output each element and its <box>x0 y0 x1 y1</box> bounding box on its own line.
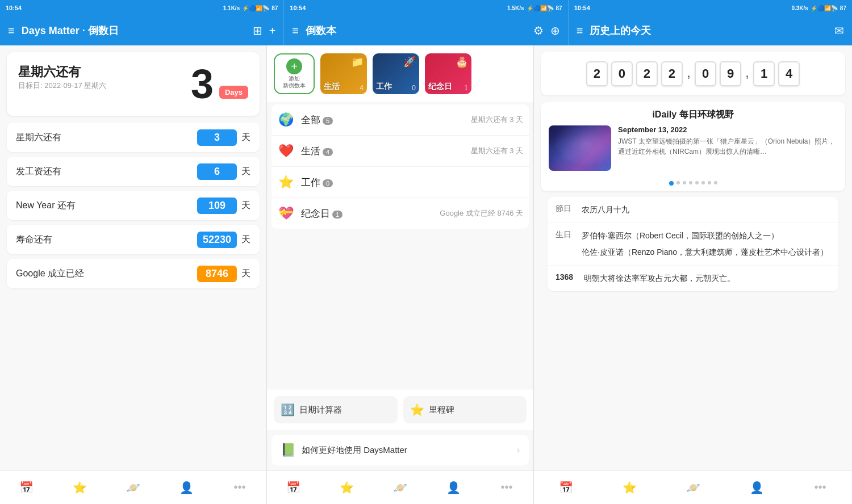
add-icon-2[interactable]: ⊕ <box>550 24 560 37</box>
network-3: 0.3K/s <box>791 5 808 11</box>
nav-item-calendar-3[interactable]: 📅 <box>534 471 598 504</box>
menu-icon-1[interactable]: ≡ <box>8 24 15 37</box>
list-row-count: 6 <box>197 163 237 180</box>
nav-item-calendar-2[interactable]: 📅 <box>267 471 320 504</box>
nav-item-user-3[interactable]: 👤 <box>725 471 788 504</box>
digit-1: 1 <box>753 61 775 86</box>
header-panel-1: ≡ Days Matter · 倒数日 ⊞ + <box>0 16 284 45</box>
calendar-icon-2: 📅 <box>286 481 300 494</box>
anniv-label: 纪念日 <box>428 82 452 92</box>
list-row[interactable]: 星期六还有3天 <box>7 123 260 152</box>
category-work[interactable]: ⭐ 工作0 <box>272 167 529 198</box>
dot-2[interactable] <box>676 181 680 184</box>
list-row[interactable]: Google 成立已经8746天 <box>7 259 260 288</box>
date-display: 2 0 2 2 , 0 9 , 1 4 <box>541 52 845 95</box>
battery-3: 87 <box>840 5 846 11</box>
notebook-work[interactable]: 🚀 工作 0 <box>373 53 419 94</box>
header-title-1: Days Matter · 倒数日 <box>22 24 246 37</box>
dot-4[interactable] <box>689 181 692 184</box>
category-all[interactable]: 🌍 全部5 星期六还有 3 天 <box>272 104 529 136</box>
more-icon-3: ••• <box>814 481 826 494</box>
bt-icon-2: ⚡🔵📶📡 <box>527 5 554 11</box>
nav-item-planet-3[interactable]: 🪐 <box>661 471 725 504</box>
dot-3[interactable] <box>683 181 686 184</box>
settings-icon-2[interactable]: ⚙ <box>533 24 544 37</box>
header-bars: ≡ Days Matter · 倒数日 ⊞ + ≡ 倒数本 ⚙ ⊕ ≡ 历史上的… <box>0 16 852 45</box>
send-icon-3[interactable]: ✉ <box>834 24 844 37</box>
all-badge: 5 <box>323 117 333 125</box>
digit-0-1: 0 <box>611 61 633 86</box>
main-content: 星期六还有 目标日: 2022-09-17 星期六 3 Days 星期六还有3天… <box>0 45 852 504</box>
anniv-cat-icon: 💝 <box>277 206 294 221</box>
network-2: 1.5K/s <box>507 5 524 11</box>
milestone-label: 里程碑 <box>429 405 454 415</box>
planet-icon-1: 🪐 <box>126 481 140 494</box>
nav-item-star-3[interactable]: ⭐ <box>598 471 661 504</box>
life-count: 4 <box>360 84 364 92</box>
dot-6[interactable] <box>701 181 705 184</box>
nav-item-star-1[interactable]: ⭐ <box>53 471 107 504</box>
notebook-life[interactable]: 📁 生活 4 <box>320 53 367 94</box>
life-cat-label: 生活4 <box>301 145 464 158</box>
article-title: iDaily 每日环球视野 <box>541 102 845 125</box>
nav-item-star-2[interactable]: ⭐ <box>320 471 374 504</box>
nav-item-more-3[interactable]: ••• <box>788 471 852 504</box>
digit-9: 9 <box>720 61 741 86</box>
hero-card: 星期六还有 目标日: 2022-09-17 星期六 3 Days <box>7 52 260 116</box>
birthday-type: 生日 <box>556 230 576 240</box>
nav-item-user-2[interactable]: 👤 <box>427 471 480 504</box>
birthday-content-2: 伦佐·皮亚诺（Renzo Piano，意大利建筑师，蓬皮杜艺术中心设计者） <box>582 246 830 258</box>
nav-item-planet-2[interactable]: 🪐 <box>374 471 427 504</box>
bottom-nav-2: 📅 ⭐ 🪐 👤 ••• <box>267 470 533 504</box>
bt-icon-3: ⚡🔵📶📡 <box>811 5 838 11</box>
nav-item-planet-1[interactable]: 🪐 <box>107 471 160 504</box>
calculator-icon: 🔢 <box>281 403 295 417</box>
list-row-count: 109 <box>197 198 237 214</box>
status-bar-3: 10:54 0.3K/s ⚡🔵📶📡 87 <box>568 0 852 16</box>
dot-8[interactable] <box>714 181 717 184</box>
time-1: 10:54 <box>6 5 22 11</box>
nav-item-more-1[interactable]: ••• <box>213 471 266 504</box>
life-cat-icon: ❤️ <box>277 144 294 158</box>
howto-btn[interactable]: 📗 如何更好地使用 DaysMatter › <box>272 435 529 465</box>
birthday-content-1: 罗伯特·塞西尔（Robert Cecil，国际联盟的创始人之一） <box>582 230 830 242</box>
add-notebook-btn[interactable]: + 添加新倒数本 <box>274 53 315 94</box>
list-row[interactable]: 寿命还有52230天 <box>7 225 260 254</box>
work-cat-label: 工作0 <box>301 176 516 189</box>
milestone-btn[interactable]: ⭐ 里程碑 <box>403 396 527 423</box>
list-row-label: 寿命还有 <box>16 234 197 246</box>
event-1368: 明朝大将徐达率军攻占元大都，元朝灭亡。 <box>584 272 830 284</box>
nav-item-user-1[interactable]: 👤 <box>160 471 213 504</box>
grid-icon-1[interactable]: ⊞ <box>253 24 262 37</box>
nav-item-calendar-1[interactable]: 📅 <box>0 471 53 504</box>
plus-icon: + <box>286 58 302 74</box>
milestone-icon: ⭐ <box>410 403 424 417</box>
article-card: iDaily 每日环球视野 September 13, 2022 JWST 太空… <box>541 102 845 191</box>
digit-2-2: 2 <box>636 61 658 86</box>
category-life[interactable]: ❤️ 生活4 星期六还有 3 天 <box>272 136 529 167</box>
article-image <box>549 125 611 171</box>
date-calculator-btn[interactable]: 🔢 日期计算器 <box>274 396 398 423</box>
dot-7[interactable] <box>708 181 711 184</box>
add-icon-1[interactable]: + <box>269 24 276 37</box>
anniv-cat-status: Google 成立已经 8746 天 <box>440 208 523 219</box>
nav-item-more-2[interactable]: ••• <box>480 471 533 504</box>
menu-icon-3[interactable]: ≡ <box>577 24 583 37</box>
days-badge: Days <box>219 86 248 99</box>
history-item-festival: 節日 农历八月十九 <box>548 197 838 223</box>
notebook-anniversary[interactable]: 🎂 纪念日 1 <box>425 53 471 94</box>
dot-1[interactable] <box>669 181 674 186</box>
dot-5[interactable] <box>695 181 699 184</box>
work-cat-badge: 0 <box>323 179 333 187</box>
article-date: September 13, 2022 <box>618 125 837 134</box>
category-anniversary[interactable]: 💝 纪念日1 Google 成立已经 8746 天 <box>272 198 529 229</box>
history-item-1368: 1368 明朝大将徐达率军攻占元大都，元朝灭亡。 <box>548 266 838 291</box>
life-emoji: 📁 <box>351 56 364 68</box>
digit-0-2: 0 <box>695 61 716 86</box>
panel-days-matter: 星期六还有 目标日: 2022-09-17 星期六 3 Days 星期六还有3天… <box>0 45 267 504</box>
work-emoji: 🚀 <box>403 56 416 68</box>
list-row[interactable]: New Year 还有109天 <box>7 191 260 220</box>
user-icon-3: 👤 <box>750 481 764 494</box>
menu-icon-2[interactable]: ≡ <box>292 24 299 37</box>
list-row[interactable]: 发工资还有6天 <box>7 157 260 186</box>
